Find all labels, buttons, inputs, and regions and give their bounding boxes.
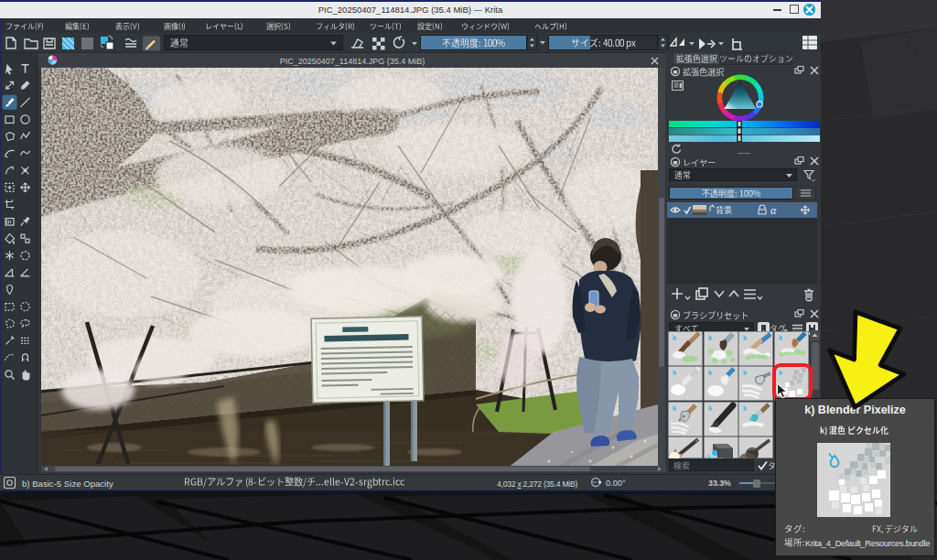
svg-text:α: α xyxy=(770,204,777,216)
